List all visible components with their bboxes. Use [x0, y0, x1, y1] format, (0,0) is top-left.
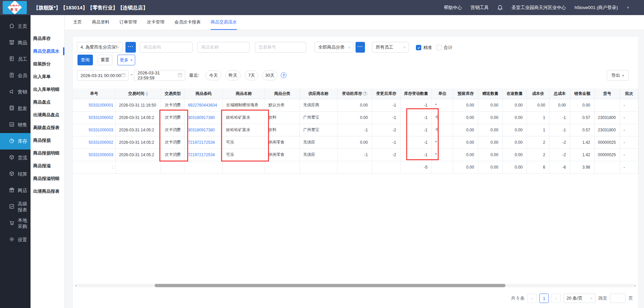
cell-2-4: 娃哈哈矿泉水 [222, 124, 265, 136]
store-more-button[interactable]: ··· [125, 42, 136, 53]
scrollbar-track[interactable] [77, 284, 634, 287]
cell-sum-0[interactable]: : [73, 161, 115, 173]
store-select[interactable]: 4. 為愛而生分店深圳市2 ∨ [77, 42, 123, 53]
org-name[interactable]: 圣堂工业园商天河区业中心 [512, 5, 566, 11]
cell-1-3[interactable]: 303180917380 [184, 111, 223, 124]
help-center-link[interactable]: 帮助中心 [444, 5, 462, 11]
cell-0-3[interactable]: 6922760443634 [184, 99, 223, 111]
account-menu[interactable]: h5love001 (商户登录) [575, 5, 618, 11]
precise-checkbox-box[interactable] [416, 45, 421, 50]
prev-page-button[interactable]: ‹ [527, 294, 537, 303]
cell-3-0[interactable]: 50331000002 [73, 136, 115, 148]
query-button[interactable]: 查询 [77, 55, 93, 65]
recent-pill-1[interactable]: 昨天 [225, 70, 240, 80]
sidebar-item-home[interactable]: 主页 [0, 18, 31, 35]
cell-4-0[interactable]: 50331000003 [73, 148, 115, 161]
submenu-item-9[interactable]: 商品报损明细 [31, 147, 64, 160]
cell-3-3[interactable]: 721972172534 [184, 136, 223, 148]
page-size-select[interactable]: 20 条/页 ∨ [564, 294, 596, 303]
date-to-input[interactable]: 2026-03-31 23:59:59 [134, 70, 185, 81]
submenu-item-11[interactable]: 商品报溢明细 [31, 172, 64, 185]
tab-0[interactable]: 主页 [73, 15, 82, 30]
sidebar-item-staff[interactable]: 员工 [0, 51, 31, 67]
sidebar-item-gift[interactable]: 网店 [0, 182, 31, 199]
sidebar-item-sales-chart[interactable]: 销售 [0, 117, 31, 133]
recent-pill-3[interactable]: 30天 [262, 70, 277, 80]
sidebar-item-gear[interactable]: 设置 [0, 232, 31, 248]
submenu-item-6[interactable]: 出清商品盘点 [31, 109, 64, 121]
cell-1-0[interactable]: 50331000002 [73, 111, 115, 124]
trade-no-input[interactable]: 交易单号 [255, 42, 306, 53]
submenu-item-0[interactable]: 商品库存 [31, 32, 64, 45]
tab-1[interactable]: 商品资料 [92, 15, 109, 30]
submenu-item-5[interactable]: 商品盘点 [31, 96, 64, 109]
account-chevron-down-icon[interactable]: ∨ [627, 6, 629, 9]
help-question-icon[interactable]: ? [281, 72, 286, 78]
tab-3[interactable]: 次卡管理 [147, 15, 164, 30]
date-from-input[interactable]: 2026-03-31 00:00:00 [77, 70, 128, 81]
sidebar-item-report-chart[interactable]: 高级报表 [0, 199, 31, 215]
submenu-item-7[interactable]: 高级盘点报表 [31, 121, 64, 134]
cell-1-4: 娃哈哈矿泉水 [222, 111, 265, 124]
cell-sum-12: 0.00 [478, 161, 502, 173]
sidebar-item-inventory-pie[interactable]: 库存 [0, 133, 31, 149]
sidebar-item-cart[interactable]: 本地采购 [0, 215, 31, 232]
more-filters-button[interactable]: 更多 ∨ [117, 55, 135, 65]
cell-2-3[interactable]: 303180917380 [184, 124, 223, 136]
marketing-tools-link[interactable]: 营销工具 [471, 5, 489, 11]
sidebar-items: 主页商品员工会员营销批发销售库存货流结算网店高级报表本地采购设置 [0, 18, 31, 248]
bell-icon[interactable] [497, 5, 503, 11]
gear-icon [9, 236, 15, 243]
employee-select[interactable]: 所有员工 ∨ [372, 42, 409, 53]
submenu-item-10[interactable]: 商品报溢 [31, 160, 64, 172]
tab-2[interactable]: 订单管理 [119, 15, 137, 30]
sidebar-item-settlement-cube[interactable]: 结算 [0, 166, 31, 182]
scrollbar-thumb[interactable] [155, 284, 505, 287]
cell-1-1: 2026-03-31 14:05:2 [115, 111, 161, 124]
tab-4[interactable]: 会员次卡报表 [174, 15, 201, 30]
next-page-button[interactable]: › [551, 294, 561, 303]
sidebar-item-megaphone[interactable]: 营销 [0, 84, 31, 100]
current-page-button[interactable]: 1 [539, 294, 549, 303]
col-header-5: 商品分类 [265, 88, 300, 99]
export-button[interactable]: 导出 ∨ [607, 70, 629, 81]
cell-4-3[interactable]: 721972172534 [184, 148, 223, 161]
cell-2-0[interactable]: 50331000003 [73, 124, 115, 136]
category-more-button[interactable]: ··· [356, 42, 365, 53]
scroll-right-icon[interactable]: ► [634, 284, 637, 287]
date-from-value: 2026-03-31 00:00:00 [80, 73, 121, 78]
tab-5[interactable]: 商品交易流水 [211, 15, 237, 30]
submenu-item-4[interactable]: 出入库单明细 [31, 83, 64, 96]
barcode-input[interactable]: 商品条码 [140, 42, 193, 53]
column-help-icon[interactable]: ? [363, 91, 367, 96]
recent-pill-2[interactable]: 7天 [245, 70, 258, 80]
sort-icon[interactable] [146, 92, 148, 96]
sidebar-item-shop[interactable]: 商品 [0, 35, 31, 51]
icon-sidebar: 主页商品员工会员营销批发销售库存货流结算网店高级报表本地采购设置 [0, 15, 31, 308]
submenu-item-2[interactable]: 组装拆分 [31, 58, 64, 70]
sidebar-item-wholesale[interactable]: 批发 [0, 100, 31, 117]
scroll-left-icon[interactable]: ◄ [74, 284, 77, 287]
product-name-input[interactable]: 商品名称 [198, 42, 250, 53]
total-checkbox[interactable]: 合计 [436, 45, 452, 51]
submenu-item-1[interactable]: 商品交易流水 [31, 45, 64, 58]
total-checkbox-box[interactable] [436, 45, 442, 50]
sidebar-item-member[interactable]: 会员 [0, 67, 31, 84]
col-header-1[interactable]: 交易时间 [115, 88, 161, 99]
submenu-item-8[interactable]: 商品报损 [31, 134, 64, 147]
jump-page-input[interactable] [610, 294, 626, 303]
cell-0-0[interactable]: 50331000001 [73, 99, 115, 111]
horizontal-scrollbar[interactable]: ◄ ► [74, 284, 637, 288]
recent-pill-0[interactable]: 今天 [206, 70, 221, 80]
cell-3-9: -1 [400, 136, 432, 148]
submenu-item-12[interactable]: 出清商品报表 [31, 185, 64, 198]
precise-checkbox[interactable]: 精准 [416, 45, 432, 51]
reset-button[interactable]: 重置 [98, 55, 112, 65]
recent-label: 最近: [189, 72, 199, 78]
cell-0-17 [594, 99, 620, 111]
sidebar-item-logistics-cube[interactable]: 货流 [0, 149, 31, 166]
cell-2-15: -1 [549, 124, 570, 136]
category-select[interactable]: 全部商品分类 ∨ [315, 42, 354, 53]
aibao-logo[interactable]: AIBAO 爱宝 [3, 1, 27, 14]
submenu-item-3[interactable]: 出入库单 [31, 70, 64, 83]
